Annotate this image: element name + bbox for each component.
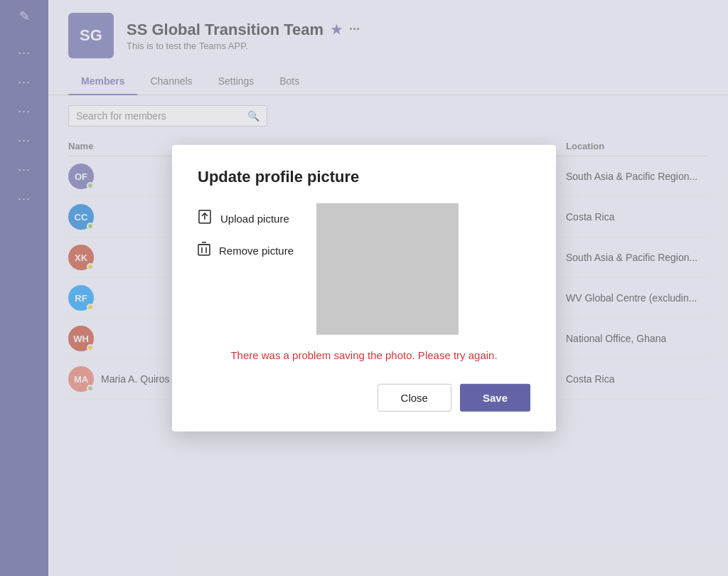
upload-picture-label: Upload picture [220, 213, 289, 225]
modal-footer: Close Save [198, 383, 530, 411]
trash-icon [198, 241, 210, 260]
modal-actions: Upload picture Remove picture [198, 203, 294, 260]
modal-title: Update profile picture [198, 168, 530, 186]
remove-picture-label: Remove picture [219, 245, 294, 257]
update-profile-modal: Update profile picture Upload picture [172, 145, 556, 432]
remove-picture-button[interactable]: Remove picture [198, 241, 294, 260]
photo-preview [316, 203, 459, 335]
save-button[interactable]: Save [460, 383, 530, 411]
upload-picture-button[interactable]: Upload picture [198, 209, 294, 228]
svg-rect-2 [198, 245, 210, 255]
close-button[interactable]: Close [378, 383, 451, 411]
upload-icon [198, 209, 212, 228]
modal-body: Upload picture Remove picture [198, 203, 530, 335]
error-message: There was a problem saving the photo. Pl… [198, 348, 530, 364]
